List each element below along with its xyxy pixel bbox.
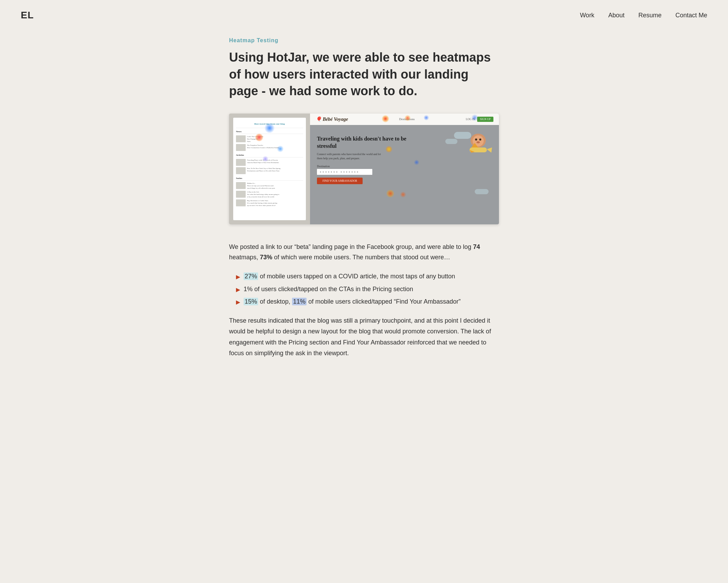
- list-item-1: ▶ 27% of mobile users tapped on a COVID …: [236, 271, 499, 282]
- main-nav: Work About Resume Contact Me: [580, 12, 707, 19]
- intro-paragraph: We posted a link to our “beta” landing p…: [229, 242, 499, 263]
- intro-bold-2: 73%: [260, 254, 272, 261]
- section-label: Heatmap Testing: [229, 37, 499, 44]
- arrow-icon-3: ▶: [236, 297, 240, 307]
- svg-point-6: [476, 141, 480, 143]
- login-btn-sim: LOG IN: [466, 118, 475, 121]
- article-thumb: [236, 191, 246, 198]
- blog-header-sim: Best travel tips from our blog: [236, 120, 303, 128]
- intro-text-1: We posted a link to our “beta” landing p…: [229, 243, 473, 250]
- bebe-hero: Traveling with kids doesn't have to be s…: [310, 125, 499, 215]
- article-thumb: [236, 159, 246, 166]
- bebe-hero-text: Traveling with kids doesn't have to be s…: [317, 135, 407, 185]
- arrow-icon-2: ▶: [236, 285, 240, 294]
- bullet-2-text: of users clicked/tapped on the CTAs in t…: [253, 286, 413, 293]
- list-item-3: ▶ 15% of desktop, 11% of mobile users cl…: [236, 296, 499, 307]
- news-label: News: [236, 130, 303, 134]
- bebe-nav: 🎈 Bébé Voyage Destinations LOG IN SIGN U…: [310, 114, 499, 125]
- bullet-2-content: 1% of users clicked/tapped on the CTAs i…: [244, 284, 413, 295]
- blog-title: Best travel tips from our blog: [236, 123, 303, 126]
- bebe-logo: 🎈 Bébé Voyage: [316, 116, 348, 122]
- stats-list: ▶ 27% of mobile users tapped on a COVID …: [236, 271, 499, 307]
- signup-btn-sim: SIGN UP: [477, 117, 493, 122]
- heatmap-right: 🎈 Bébé Voyage Destinations LOG IN SIGN U…: [310, 114, 499, 224]
- article-text: Big Adventures w/ Little OnesIt's a myth…: [247, 199, 277, 207]
- arrow-icon-1: ▶: [236, 272, 240, 281]
- bebe-nav-links: Destinations: [399, 117, 415, 121]
- article-text: The Forgotten TravelerHow Coronavirus Cr…: [247, 144, 279, 149]
- bullet-1-text: of mobile users tapped on a COVID articl…: [258, 273, 455, 280]
- highlight-15: 15%: [244, 298, 258, 305]
- nav-about[interactable]: About: [608, 12, 625, 19]
- nav-resume[interactable]: Resume: [638, 12, 662, 19]
- series-section: Series Hidden Gr...There are tips you so…: [236, 177, 303, 207]
- article-text: Look: The CoronavirusHas Changed InParis: [247, 135, 263, 143]
- svg-point-5: [479, 138, 481, 141]
- cloud-2: [445, 139, 457, 144]
- destination-input: ●●●●●●● ●●●●●●●: [317, 169, 372, 175]
- highlight-11: 11%: [292, 298, 307, 305]
- highlight-1: 1%: [244, 286, 253, 293]
- nav-work[interactable]: Work: [580, 12, 594, 19]
- articles-section: Articles Traveling Places with 10+ Level…: [236, 154, 303, 174]
- news-section: News Look: The CoronavirusHas Changed In…: [236, 130, 303, 151]
- intro-text-2: heatmaps,: [229, 254, 260, 261]
- bear-svg: [464, 128, 492, 160]
- nav-link-destinations: Destinations: [399, 117, 415, 121]
- bebe-nav-btns: LOG IN SIGN UP: [466, 117, 493, 122]
- article-text: A Day in the LifeSee what life had being…: [247, 191, 279, 198]
- article-row-6: A Day in the LifeSee what life had being…: [236, 191, 303, 198]
- main-heading: Using HotJar, we were able to see heatma…: [229, 49, 499, 100]
- heatmap-images: Best travel tips from our blog News Look…: [229, 114, 499, 224]
- article-text: How To Do New York City w/ Kids This Spr…: [247, 167, 280, 172]
- article-thumb: [236, 135, 246, 142]
- article-thumb: [236, 182, 246, 189]
- article-row-1: Look: The CoronavirusHas Changed InParis: [236, 135, 303, 143]
- series-label: Series: [236, 177, 303, 181]
- site-logo[interactable]: EL: [21, 10, 34, 21]
- heatmap-left-inner: Best travel tips from our blog News Look…: [233, 118, 306, 220]
- article-row-5: Hidden Gr...There are tips you social Pi…: [236, 182, 303, 189]
- article-text: Traveling Places with 10+ Levels of Pove…: [247, 159, 279, 164]
- heat-blob-nav-1: [382, 115, 389, 123]
- list-item-2: ▶ 1% of users clicked/tapped on the CTAs…: [236, 284, 499, 295]
- article-thumb: [236, 144, 246, 151]
- destination-label: Destination: [317, 165, 407, 168]
- intro-text-3: of which were mobile users. The numbers …: [272, 254, 450, 261]
- svg-point-4: [475, 138, 477, 141]
- find-btn: FIND YOUR AMBASSADOR: [317, 178, 363, 184]
- main-content: Heatmap Testing Using HotJar, we were ab…: [208, 30, 520, 387]
- nav-contact[interactable]: Contact Me: [675, 12, 707, 19]
- article-thumb: [236, 167, 246, 174]
- site-header: EL Work About Resume Contact Me: [0, 0, 728, 30]
- hero-sub: Connect with parents who have traveled t…: [317, 152, 386, 161]
- intro-bold-1: 74: [473, 243, 480, 250]
- bullet-3-text-1: of desktop,: [258, 298, 292, 305]
- hero-heading: Traveling with kids doesn't have to be s…: [317, 135, 407, 150]
- article-thumb: [236, 199, 246, 206]
- cloud-3: [475, 189, 489, 194]
- highlight-27: 27%: [244, 272, 258, 280]
- article-row-7: Big Adventures w/ Little OnesIt's a myth…: [236, 199, 303, 207]
- article-row-2: The Forgotten TravelerHow Coronavirus Cr…: [236, 144, 303, 151]
- bear-illustration: [464, 128, 492, 160]
- bullet-1-content: 27% of mobile users tapped on a COVID ar…: [244, 271, 455, 282]
- heat-blob-cta-2: [400, 191, 406, 198]
- conclusion-paragraph: These results indicated that the blog wa…: [229, 315, 499, 359]
- article-text: Hidden Gr...There are tips you social Pi…: [247, 182, 275, 189]
- heat-blob-hero-2: [414, 160, 419, 165]
- article-row-3: Traveling Places with 10+ Levels of Pove…: [236, 159, 303, 166]
- articles-label: Articles: [236, 154, 303, 158]
- svg-marker-8: [487, 147, 492, 153]
- bullet-3-content: 15% of desktop, 11% of mobile users clic…: [244, 296, 461, 307]
- bullet-3-text-2: of mobile users clicked/tapped “Find You…: [307, 298, 461, 305]
- heat-blob-cta: [386, 189, 394, 198]
- heat-blob-nav-3: [424, 115, 429, 120]
- heatmap-left: Best travel tips from our blog News Look…: [229, 114, 310, 224]
- article-row-4: How To Do New York City w/ Kids This Spr…: [236, 167, 303, 174]
